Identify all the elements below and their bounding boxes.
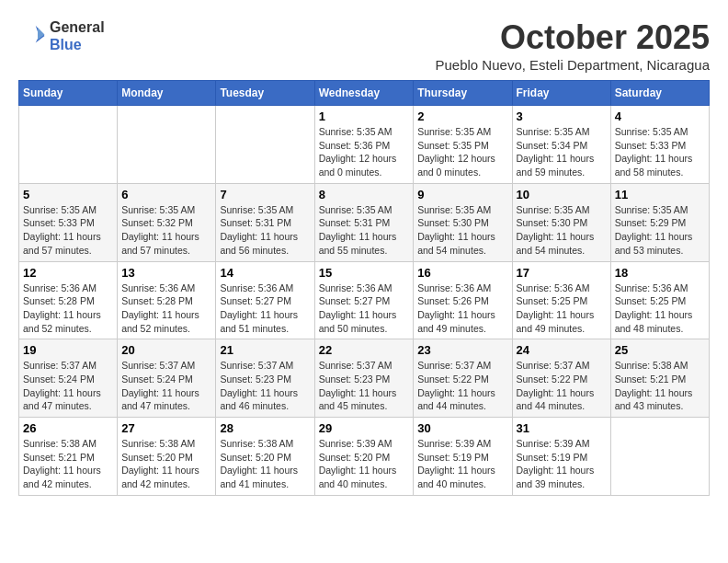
day-info: Sunrise: 5:35 AM Sunset: 5:32 PM Dayligh…	[121, 203, 211, 258]
day-number: 28	[220, 421, 310, 435]
calendar-cell: 10Sunrise: 5:35 AM Sunset: 5:30 PM Dayli…	[512, 183, 610, 261]
day-number: 25	[615, 343, 705, 357]
calendar-cell: 4Sunrise: 5:35 AM Sunset: 5:33 PM Daylig…	[610, 106, 709, 184]
calendar-cell: 19Sunrise: 5:37 AM Sunset: 5:24 PM Dayli…	[19, 339, 118, 418]
day-info: Sunrise: 5:36 AM Sunset: 5:27 PM Dayligh…	[319, 282, 410, 336]
day-number: 31	[517, 421, 607, 435]
day-info: Sunrise: 5:37 AM Sunset: 5:22 PM Dayligh…	[517, 359, 607, 413]
calendar-week-row: 12Sunrise: 5:36 AM Sunset: 5:28 PM Dayli…	[19, 261, 710, 339]
page-header: General Blue October 2025 Pueblo Nuevo, …	[18, 18, 710, 73]
day-number: 7	[220, 188, 310, 201]
day-info: Sunrise: 5:35 AM Sunset: 5:35 PM Dayligh…	[417, 125, 507, 179]
calendar-cell: 6Sunrise: 5:35 AM Sunset: 5:32 PM Daylig…	[118, 183, 216, 261]
calendar-cell: 2Sunrise: 5:35 AM Sunset: 5:35 PM Daylig…	[414, 106, 512, 184]
calendar-cell: 7Sunrise: 5:35 AM Sunset: 5:31 PM Daylig…	[216, 183, 314, 261]
calendar-cell	[118, 106, 216, 184]
calendar-week-row: 19Sunrise: 5:37 AM Sunset: 5:24 PM Dayli…	[19, 339, 710, 418]
weekday-header: Tuesday	[216, 81, 314, 106]
logo: General Blue	[18, 18, 105, 53]
day-info: Sunrise: 5:35 AM Sunset: 5:31 PM Dayligh…	[220, 203, 310, 258]
weekday-header: Monday	[118, 81, 216, 106]
day-number: 9	[417, 188, 507, 201]
weekday-header: Friday	[512, 81, 610, 106]
day-number: 16	[417, 266, 507, 280]
day-info: Sunrise: 5:38 AM Sunset: 5:21 PM Dayligh…	[23, 437, 113, 491]
title-area: October 2025 Pueblo Nuevo, Esteli Depart…	[436, 18, 711, 73]
day-number: 21	[220, 343, 310, 357]
day-info: Sunrise: 5:38 AM Sunset: 5:20 PM Dayligh…	[121, 437, 211, 491]
day-number: 3	[517, 109, 607, 123]
day-info: Sunrise: 5:35 AM Sunset: 5:33 PM Dayligh…	[615, 125, 705, 179]
calendar-cell: 23Sunrise: 5:37 AM Sunset: 5:22 PM Dayli…	[414, 339, 512, 418]
calendar-week-row: 26Sunrise: 5:38 AM Sunset: 5:21 PM Dayli…	[19, 418, 710, 496]
day-number: 4	[615, 109, 705, 123]
calendar-week-row: 5Sunrise: 5:35 AM Sunset: 5:33 PM Daylig…	[19, 183, 710, 261]
day-info: Sunrise: 5:37 AM Sunset: 5:23 PM Dayligh…	[319, 359, 410, 413]
weekday-header: Wednesday	[314, 81, 414, 106]
weekday-header: Thursday	[414, 81, 512, 106]
day-info: Sunrise: 5:39 AM Sunset: 5:20 PM Dayligh…	[319, 437, 410, 491]
day-info: Sunrise: 5:35 AM Sunset: 5:31 PM Dayligh…	[319, 203, 410, 258]
day-number: 26	[23, 421, 113, 435]
calendar-cell: 20Sunrise: 5:37 AM Sunset: 5:24 PM Dayli…	[118, 339, 216, 418]
day-info: Sunrise: 5:36 AM Sunset: 5:28 PM Dayligh…	[23, 282, 113, 336]
day-number: 15	[319, 266, 410, 280]
day-info: Sunrise: 5:35 AM Sunset: 5:33 PM Dayligh…	[23, 203, 113, 258]
day-number: 2	[417, 109, 507, 123]
calendar-cell: 25Sunrise: 5:38 AM Sunset: 5:21 PM Dayli…	[610, 339, 709, 418]
location-title: Pueblo Nuevo, Esteli Department, Nicarag…	[436, 57, 711, 73]
calendar-cell: 8Sunrise: 5:35 AM Sunset: 5:31 PM Daylig…	[314, 183, 414, 261]
logo-general: General	[50, 18, 105, 36]
day-number: 20	[121, 343, 211, 357]
day-info: Sunrise: 5:35 AM Sunset: 5:30 PM Dayligh…	[517, 203, 607, 258]
calendar-cell: 30Sunrise: 5:39 AM Sunset: 5:19 PM Dayli…	[414, 418, 512, 496]
day-info: Sunrise: 5:35 AM Sunset: 5:36 PM Dayligh…	[319, 125, 410, 179]
calendar-cell: 12Sunrise: 5:36 AM Sunset: 5:28 PM Dayli…	[19, 261, 118, 339]
day-number: 17	[517, 266, 607, 280]
day-number: 22	[319, 343, 410, 357]
calendar-cell	[216, 106, 314, 184]
logo-text: General Blue	[50, 18, 105, 53]
calendar-body: 1Sunrise: 5:35 AM Sunset: 5:36 PM Daylig…	[19, 106, 710, 496]
day-info: Sunrise: 5:37 AM Sunset: 5:24 PM Dayligh…	[121, 359, 211, 413]
day-info: Sunrise: 5:36 AM Sunset: 5:28 PM Dayligh…	[121, 282, 211, 336]
calendar-week-row: 1Sunrise: 5:35 AM Sunset: 5:36 PM Daylig…	[19, 106, 710, 184]
day-info: Sunrise: 5:36 AM Sunset: 5:25 PM Dayligh…	[517, 282, 607, 336]
calendar-cell: 29Sunrise: 5:39 AM Sunset: 5:20 PM Dayli…	[314, 418, 414, 496]
day-info: Sunrise: 5:35 AM Sunset: 5:30 PM Dayligh…	[417, 203, 507, 258]
day-info: Sunrise: 5:35 AM Sunset: 5:29 PM Dayligh…	[615, 203, 705, 258]
day-number: 24	[517, 343, 607, 357]
weekday-header: Sunday	[19, 81, 118, 106]
day-number: 18	[615, 266, 705, 280]
month-title: October 2025	[436, 18, 711, 57]
day-number: 23	[417, 343, 507, 357]
calendar-cell: 24Sunrise: 5:37 AM Sunset: 5:22 PM Dayli…	[512, 339, 610, 418]
calendar-cell: 27Sunrise: 5:38 AM Sunset: 5:20 PM Dayli…	[118, 418, 216, 496]
day-number: 11	[615, 188, 705, 201]
day-info: Sunrise: 5:38 AM Sunset: 5:21 PM Dayligh…	[615, 359, 705, 413]
day-info: Sunrise: 5:39 AM Sunset: 5:19 PM Dayligh…	[417, 437, 507, 491]
day-info: Sunrise: 5:37 AM Sunset: 5:22 PM Dayligh…	[417, 359, 507, 413]
day-number: 5	[23, 188, 113, 201]
calendar-cell	[610, 418, 709, 496]
calendar-cell: 13Sunrise: 5:36 AM Sunset: 5:28 PM Dayli…	[118, 261, 216, 339]
day-number: 27	[121, 421, 211, 435]
day-info: Sunrise: 5:35 AM Sunset: 5:34 PM Dayligh…	[517, 125, 607, 179]
day-number: 10	[517, 188, 607, 201]
calendar-cell: 31Sunrise: 5:39 AM Sunset: 5:19 PM Dayli…	[512, 418, 610, 496]
day-number: 12	[23, 266, 113, 280]
calendar-cell: 9Sunrise: 5:35 AM Sunset: 5:30 PM Daylig…	[414, 183, 512, 261]
calendar-cell: 14Sunrise: 5:36 AM Sunset: 5:27 PM Dayli…	[216, 261, 314, 339]
calendar-cell: 22Sunrise: 5:37 AM Sunset: 5:23 PM Dayli…	[314, 339, 414, 418]
calendar-table: SundayMondayTuesdayWednesdayThursdayFrid…	[18, 80, 710, 496]
day-info: Sunrise: 5:36 AM Sunset: 5:27 PM Dayligh…	[220, 282, 310, 336]
calendar-cell: 3Sunrise: 5:35 AM Sunset: 5:34 PM Daylig…	[512, 106, 610, 184]
day-info: Sunrise: 5:38 AM Sunset: 5:20 PM Dayligh…	[220, 437, 310, 491]
day-number: 29	[319, 421, 410, 435]
day-info: Sunrise: 5:39 AM Sunset: 5:19 PM Dayligh…	[517, 437, 607, 491]
calendar-cell: 15Sunrise: 5:36 AM Sunset: 5:27 PM Dayli…	[314, 261, 414, 339]
calendar-cell: 18Sunrise: 5:36 AM Sunset: 5:25 PM Dayli…	[610, 261, 709, 339]
calendar-cell: 1Sunrise: 5:35 AM Sunset: 5:36 PM Daylig…	[314, 106, 414, 184]
weekday-header: Saturday	[610, 81, 709, 106]
day-info: Sunrise: 5:37 AM Sunset: 5:23 PM Dayligh…	[220, 359, 310, 413]
